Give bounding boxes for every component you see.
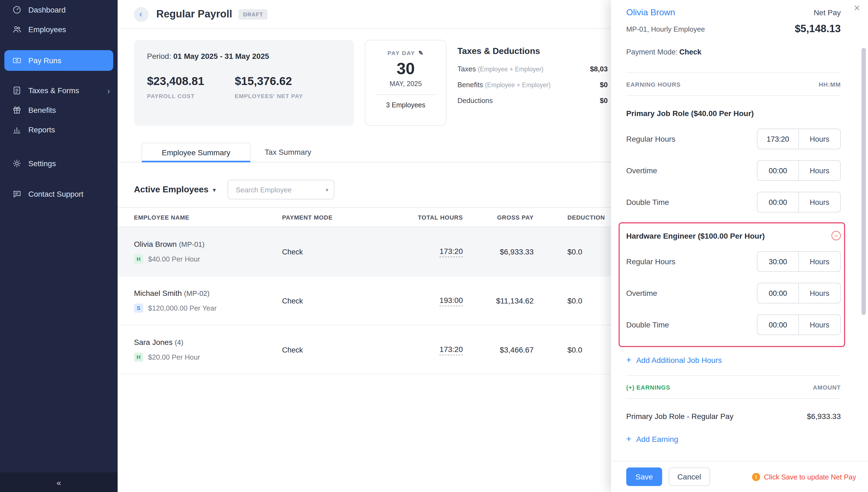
net-pay-block: $15,376.62 EMPLOYEES' NET PAY — [235, 75, 303, 99]
scrollbar-thumb[interactable] — [862, 48, 866, 315]
overtime-label: Overtime — [626, 289, 657, 297]
add-earning-link[interactable]: + Add Earning — [626, 435, 678, 443]
edit-payday-icon[interactable]: ✎ — [419, 50, 424, 56]
pay-day-month: MAY, 2025 — [365, 80, 446, 88]
net-pay-label: EMPLOYEES' NET PAY — [235, 93, 303, 99]
warning-icon: ! — [752, 473, 760, 481]
sidebar-item-reports[interactable]: Reports — [0, 120, 117, 140]
net-pay-value: $5,148.13 — [795, 23, 841, 35]
save-warning-text: Click Save to update Net Pay — [764, 473, 856, 481]
earning-label: Primary Job Role - Regular Pay — [626, 412, 734, 421]
save-button[interactable]: Save — [626, 467, 662, 486]
pay-rate: $20.00 Per Hour — [148, 353, 200, 361]
regular-hours-input[interactable] — [757, 129, 798, 149]
payroll-cost-block: $23,408.81 PAYROLL COST — [147, 75, 204, 99]
period-value: 01 May 2025 - 31 May 2025 — [174, 52, 269, 60]
back-button[interactable]: ‹ — [134, 7, 149, 22]
pay-day-card: PAY DAY✎ 30 MAY, 2025 3 Employees — [365, 40, 447, 126]
deductions-value: $0 — [600, 96, 608, 105]
collapse-sidebar-button[interactable]: « — [0, 472, 117, 492]
plus-icon: + — [626, 356, 631, 365]
taxes-deductions-title: Taxes & Deductions — [457, 46, 608, 56]
close-icon[interactable]: ✕ — [851, 1, 863, 15]
benefits-sublabel: (Employee + Employer) — [485, 82, 551, 88]
deductions: $0.0 — [568, 296, 582, 305]
drawer-footer: Save Cancel ! Click Save to update Net P… — [611, 461, 868, 492]
sidebar-item-label: Taxes & Forms — [28, 86, 79, 95]
settings-icon — [12, 158, 22, 168]
page-title: Regular Payroll — [156, 8, 232, 20]
sidebar-item-contact-support[interactable]: Contact Support — [0, 184, 117, 204]
active-employees-dropdown[interactable]: Active Employees ▾ — [134, 185, 216, 195]
sidebar-nav: Dashboard Employees Pay Runs Taxes & For… — [0, 0, 117, 204]
payment-mode: Check — [282, 346, 303, 354]
regular-hours-label: Regular Hours — [626, 134, 676, 143]
total-hours[interactable]: 193:00 — [440, 296, 463, 306]
sidebar-item-settings[interactable]: Settings — [0, 154, 117, 173]
hours-suffix: Hours — [798, 160, 841, 181]
double-time-input[interactable] — [757, 192, 798, 213]
double-time-input[interactable] — [757, 314, 798, 335]
net-pay-label: Net Pay — [814, 8, 841, 17]
search-employee-input[interactable] — [235, 185, 326, 194]
hours-suffix: Hours — [798, 283, 841, 303]
add-earning-label: Add Earning — [636, 435, 678, 443]
earning-amount: $6,933.33 — [807, 412, 841, 421]
taxes-row: Taxes (Employee + Employer) $8,03 — [457, 65, 608, 73]
deductions: $0.0 — [568, 247, 582, 256]
total-hours[interactable]: 173:20 — [440, 247, 463, 257]
pay-day-number: 30 — [365, 59, 446, 78]
benefits-label: Benefits — [457, 81, 483, 89]
regular-hours-input[interactable] — [757, 251, 798, 272]
remove-job-icon[interactable]: − — [832, 231, 841, 240]
tab-employee-summary[interactable]: Employee Summary — [141, 143, 251, 162]
sidebar-item-label: Pay Runs — [28, 56, 61, 65]
cancel-button[interactable]: Cancel — [669, 467, 710, 486]
earning-hours-header: EARNING HOURS HH:MM — [626, 73, 841, 96]
app: Dashboard Employees Pay Runs Taxes & For… — [0, 0, 868, 492]
tab-tax-summary[interactable]: Tax Summary — [251, 142, 325, 162]
overtime-input[interactable] — [757, 160, 798, 181]
employee-name: Sara Jones — [134, 338, 173, 346]
caret-down-icon: ▾ — [213, 187, 216, 193]
additional-job-title: Hardware Engineer ($100.00 Per Hour) — [626, 231, 765, 240]
double-time-row: Double Time Hours — [626, 192, 841, 213]
drawer-body: EARNING HOURS HH:MM Primary Job Role ($4… — [611, 73, 868, 443]
add-additional-job-hours-link[interactable]: + Add Additional Job Hours — [626, 356, 722, 365]
search-employee-select[interactable]: ▾ — [228, 180, 334, 199]
benefits-icon — [12, 105, 22, 115]
double-time-label: Double Time — [626, 320, 669, 329]
total-hours[interactable]: 173:20 — [440, 345, 463, 355]
sidebar-item-taxes-forms[interactable]: Taxes & Forms › — [0, 81, 117, 100]
sidebar-item-label: Contact Support — [28, 190, 83, 198]
payment-mode-line: Payment Mode:Check — [626, 48, 841, 56]
employee-name-link[interactable]: Olivia Brown — [626, 8, 675, 18]
sidebar-item-pay-runs[interactable]: Pay Runs — [4, 50, 113, 71]
back-icon: ‹ — [139, 9, 142, 18]
payment-mode: Check — [282, 297, 303, 305]
taxes-forms-icon — [12, 85, 22, 95]
earnings-header: (+) EARNINGS AMOUNT — [626, 376, 841, 399]
sidebar-item-benefits[interactable]: Benefits — [0, 100, 117, 120]
hours-suffix: Hours — [798, 314, 841, 335]
taxes-value: $8,03 — [590, 65, 608, 73]
sidebar-item-label: Reports — [28, 125, 55, 134]
hours-suffix: Hours — [798, 129, 841, 149]
payment-mode: Check — [282, 248, 303, 256]
regular-hours-label: Regular Hours — [626, 257, 676, 266]
overtime-input[interactable] — [757, 283, 798, 303]
payment-mode-label: Payment Mode: — [626, 48, 678, 56]
column-gross-pay: GROSS PAY — [463, 214, 534, 220]
taxes-deductions-panel: Taxes & Deductions Taxes (Employee + Emp… — [457, 40, 608, 105]
payroll-cost-label: PAYROLL COST — [147, 93, 204, 99]
sidebar: Dashboard Employees Pay Runs Taxes & For… — [0, 0, 117, 492]
contact-support-icon — [12, 189, 22, 199]
payroll-cost-value: $23,408.81 — [147, 75, 204, 88]
sidebar-item-employees[interactable]: Employees — [0, 20, 117, 39]
collapse-icon: « — [57, 477, 61, 487]
hours-suffix: Hours — [798, 192, 841, 213]
sidebar-item-dashboard[interactable]: Dashboard — [0, 0, 117, 20]
earning-hours-label: EARNING HOURS — [626, 81, 681, 88]
pay-day-label: PAY DAY✎ — [365, 50, 446, 57]
hhmm-label: HH:MM — [819, 81, 841, 88]
